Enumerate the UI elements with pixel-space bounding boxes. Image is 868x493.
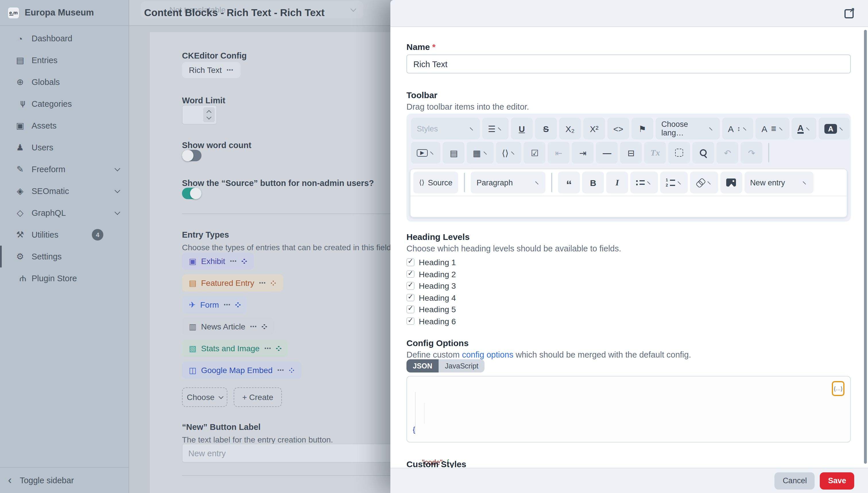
config-options-link[interactable]: config options	[462, 350, 513, 359]
ellipsis-menu-icon[interactable]: ⋯	[250, 323, 257, 330]
cancel-button[interactable]: Cancel	[775, 472, 815, 489]
sidebar-item-globals[interactable]: ⊕ Globals	[0, 71, 129, 93]
page-break-button[interactable]: ⊟	[620, 142, 642, 164]
step-down-icon[interactable]	[207, 115, 212, 120]
checkbox-checked-icon[interactable]	[406, 282, 414, 290]
ellipsis-menu-icon[interactable]: ⋯	[227, 66, 234, 74]
font-color-dropdown[interactable]: A	[792, 117, 817, 140]
horizontal-rule-button[interactable]: —	[596, 142, 618, 164]
checkbox-heading-4[interactable]: Heading 4	[406, 292, 456, 303]
checkbox-checked-icon[interactable]	[406, 294, 414, 302]
numbered-list-dropdown[interactable]	[660, 172, 688, 193]
find-replace-button[interactable]	[693, 142, 715, 164]
number-stepper[interactable]	[203, 107, 215, 122]
checkbox-checked-icon[interactable]	[406, 306, 414, 313]
ellipsis-menu-icon[interactable]: ⋯	[277, 366, 285, 374]
strikethrough-button[interactable]: S	[535, 117, 557, 140]
checkbox-heading-3[interactable]: Heading 3	[406, 280, 456, 292]
todo-list-button[interactable]: ☑	[524, 142, 546, 164]
create-entry-type-button[interactable]: + Create	[234, 387, 282, 407]
link-dropdown[interactable]	[690, 172, 718, 193]
alignment-button[interactable]: ☰	[482, 117, 509, 140]
tab-json[interactable]: JSON	[406, 359, 439, 372]
remove-format-button[interactable]: Tx	[644, 142, 666, 164]
italic-button[interactable]: I	[606, 172, 628, 193]
toggle-sidebar-button[interactable]: Toggle sidebar	[20, 476, 74, 485]
indent-button[interactable]: ⇥	[572, 142, 594, 164]
site-logo[interactable]: e.m	[8, 7, 19, 18]
flag-button[interactable]: ⚑	[632, 117, 653, 140]
code-fold-icon[interactable]: {…}	[832, 381, 845, 396]
language-dropdown[interactable]: Choose lang…	[656, 117, 720, 140]
scrollbar[interactable]	[864, 30, 867, 464]
sidebar-item-seomatic[interactable]: ◈ SEOmatic	[0, 180, 129, 202]
sidebar-item-freeform[interactable]: ✎ Freeform	[0, 158, 129, 180]
entry-type-chip-news-article[interactable]: ▥ News Article ⋯	[182, 318, 274, 335]
new-entry-dropdown[interactable]: New entry	[744, 172, 813, 193]
code-block-dropdown[interactable]: ⟨⟩	[496, 142, 521, 164]
word-limit-input[interactable]	[182, 105, 217, 125]
entry-type-chip-featured-entry[interactable]: ▤ Featured Entry ⋯	[182, 274, 283, 292]
sidebar-item-utilities[interactable]: ⚒ Utilities 4	[0, 224, 129, 245]
sidebar-item-entries[interactable]: ▤ Entries	[0, 49, 129, 71]
move-handle-icon[interactable]	[262, 324, 267, 329]
html-embed-button[interactable]: ▤	[443, 142, 465, 164]
sidebar-item-users[interactable]: ♟ Users	[0, 136, 129, 158]
outdent-button[interactable]: ⇤	[548, 142, 570, 164]
move-handle-icon[interactable]	[242, 259, 247, 264]
sidebar-item-assets[interactable]: ▣ Assets	[0, 115, 129, 136]
redo-button[interactable]: ↷	[741, 142, 763, 164]
save-button[interactable]: Save	[820, 472, 854, 489]
sidebar-item-dashboard[interactable]: ◔ Dashboard	[0, 27, 129, 49]
ellipsis-menu-icon[interactable]: ⋯	[259, 279, 267, 287]
ellipsis-menu-icon[interactable]: ⋯	[230, 257, 237, 265]
tab-javascript[interactable]: JavaScript	[439, 359, 485, 372]
superscript-button[interactable]: X²	[583, 117, 605, 140]
subscript-button[interactable]: X₂	[559, 117, 581, 140]
source-button[interactable]: ⟨⟩Source	[413, 172, 458, 193]
blockquote-button[interactable]: “	[558, 172, 580, 193]
entry-type-chip-exhibit[interactable]: ▣ Exhibit ⋯	[182, 253, 254, 270]
checkbox-heading-5[interactable]: Heading 5	[406, 304, 456, 315]
media-embed-dropdown[interactable]: ▶	[411, 142, 441, 164]
checkbox-heading-6[interactable]: Heading 6	[406, 315, 456, 327]
entry-type-chip-google-map-embed[interactable]: ◫ Google Map Embed ⋯	[182, 362, 301, 379]
select-all-button[interactable]	[669, 142, 690, 164]
move-handle-icon[interactable]	[276, 346, 281, 351]
checkbox-checked-icon[interactable]	[406, 270, 414, 278]
undo-button[interactable]: ↶	[717, 142, 739, 164]
sidebar-item-plugin-store[interactable]: Ψ Plugin Store	[0, 267, 129, 289]
ellipsis-menu-icon[interactable]: ⋯	[264, 344, 272, 352]
show-word-count-toggle[interactable]	[182, 150, 202, 161]
choose-entry-type-button[interactable]: Choose	[182, 387, 227, 407]
checkbox-heading-2[interactable]: Heading 2	[406, 268, 456, 280]
inline-code-button[interactable]: <>	[607, 117, 629, 140]
sidebar-item-categories[interactable]: ⋔ Categories	[0, 93, 129, 115]
styles-dropdown[interactable]: Styles	[411, 117, 480, 140]
font-size-dropdown[interactable]: A↕	[722, 117, 754, 140]
show-source-toggle[interactable]	[182, 188, 202, 199]
insert-table-dropdown[interactable]: ▦	[467, 142, 494, 164]
name-input[interactable]	[406, 55, 851, 73]
background-color-dropdown[interactable]: A	[819, 117, 850, 140]
paragraph-dropdown[interactable]: Paragraph	[471, 172, 545, 193]
bullet-list-dropdown[interactable]	[630, 172, 658, 193]
underline-button[interactable]: U	[511, 117, 533, 140]
move-handle-icon[interactable]	[236, 302, 241, 307]
move-handle-icon[interactable]	[289, 368, 295, 373]
insert-image-button[interactable]	[720, 172, 742, 193]
checkbox-checked-icon[interactable]	[406, 317, 414, 325]
move-handle-icon[interactable]	[271, 280, 276, 285]
sidebar-item-graphql[interactable]: ◇ GraphQL	[0, 202, 129, 224]
open-in-new-icon[interactable]	[845, 8, 854, 18]
ellipsis-menu-icon[interactable]: ⋯	[224, 301, 231, 309]
step-up-icon[interactable]	[207, 110, 212, 115]
bold-button[interactable]: B	[582, 172, 604, 193]
entry-type-chip-form[interactable]: ✈ Form ⋯	[182, 296, 248, 313]
font-family-dropdown[interactable]: A≣	[756, 117, 789, 140]
entry-type-chip-stats-and-image[interactable]: ▧ Stats and Image ⋯	[182, 340, 288, 357]
checkbox-checked-icon[interactable]	[406, 259, 414, 266]
ckeditor-config-chip[interactable]: Rich Text ⋯	[182, 62, 241, 78]
config-code-editor[interactable]: { "code": { "indentSequence": " " } } {……	[406, 376, 851, 443]
sidebar-item-settings[interactable]: ⚙ Settings	[0, 245, 129, 267]
